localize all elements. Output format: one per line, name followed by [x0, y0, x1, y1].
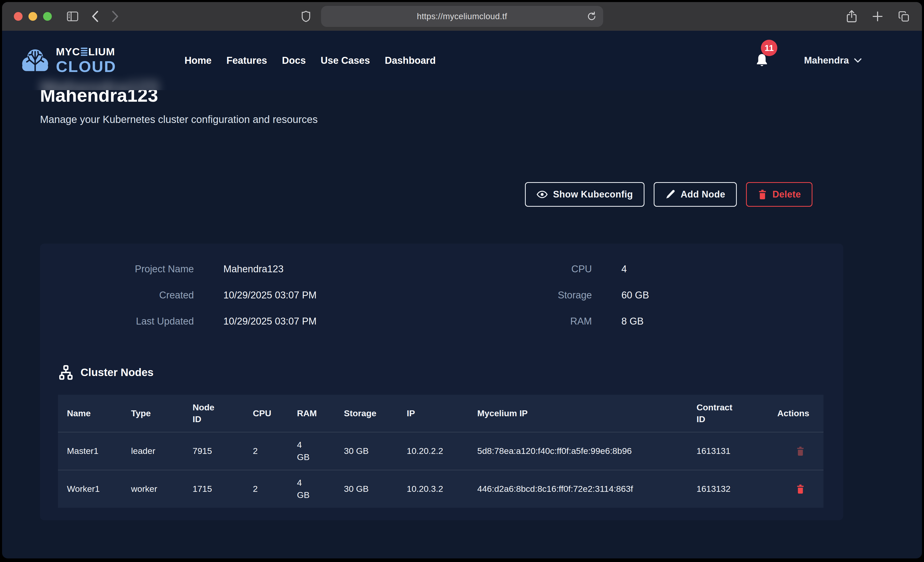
info-label: Storage [477, 290, 592, 301]
minimize-window-button[interactable] [28, 12, 37, 21]
col-ip: IP [407, 408, 477, 419]
site-header: MYCLIUM CLOUD Home Features Docs Use Cas… [2, 31, 922, 90]
reload-icon[interactable] [587, 11, 597, 22]
info-value-ram: 8 GB [621, 316, 644, 327]
info-value-cpu: 4 [621, 264, 627, 275]
cell-storage: 30 GB [344, 445, 407, 457]
nav-link-docs[interactable]: Docs [282, 55, 306, 66]
cell-ram: 4 GB [297, 439, 344, 463]
forward-icon[interactable] [112, 11, 118, 22]
col-node-id: Node ID [193, 402, 253, 425]
user-name: Mahendra [804, 55, 849, 66]
main-content: Mahendra123 Manage your Kubernetes clust… [2, 90, 843, 520]
nav-link-dashboard[interactable]: Dashboard [385, 55, 436, 66]
browser-toolbar: https://myceliumcloud.tf [2, 2, 922, 31]
trash-icon [758, 189, 767, 200]
col-type: Type [131, 408, 193, 419]
sidebar-icon[interactable] [67, 11, 78, 21]
network-nodes-icon [58, 365, 74, 380]
chevron-down-icon [854, 58, 862, 63]
url-text: https://myceliumcloud.tf [417, 12, 507, 21]
info-label: CPU [477, 264, 592, 275]
main-nav: Home Features Docs Use Cases Dashboard [184, 55, 436, 66]
share-icon[interactable] [846, 10, 857, 23]
back-icon[interactable] [92, 11, 99, 22]
page-subtitle: Manage your Kubernetes cluster configura… [40, 114, 843, 125]
cell-actions [777, 446, 824, 456]
nav-link-features[interactable]: Features [226, 55, 267, 66]
info-label: Project Name [58, 264, 194, 275]
cell-ip: 10.20.3.2 [407, 483, 477, 495]
info-value-project-name: Mahendra123 [224, 264, 284, 275]
cell-type: worker [131, 483, 193, 495]
info-value-created: 10/29/2025 03:07 PM [224, 290, 316, 301]
nav-link-home[interactable]: Home [184, 55, 212, 66]
trash-icon [796, 484, 805, 494]
section-title: Cluster Nodes [81, 366, 154, 378]
notification-badge: 11 [761, 40, 777, 56]
info-value-last-updated: 10/29/2025 03:07 PM [224, 316, 316, 327]
page-title: Mahendra123 [40, 90, 843, 105]
cell-name: Master1 [67, 445, 131, 457]
cluster-nodes-table: Name Type Node ID CPU RAM Storage IP Myc… [58, 395, 824, 508]
col-cpu: CPU [253, 408, 297, 419]
delete-node-button[interactable] [796, 484, 805, 494]
col-ram: RAM [297, 408, 344, 419]
cluster-actions: Show Kubeconfig Add Node Delete [40, 182, 843, 207]
brand-logo[interactable]: MYCLIUM CLOUD [20, 46, 116, 75]
info-label: RAM [477, 316, 592, 327]
cluster-info: Project Name Mahendra123 Created 10/29/2… [58, 264, 825, 342]
table-row: Master1 leader 7915 2 4 GB 30 GB 10.20.2… [58, 432, 824, 470]
cluster-card: Project Name Mahendra123 Created 10/29/2… [40, 244, 843, 520]
close-window-button[interactable] [14, 12, 22, 21]
col-contract-id: Contract ID [696, 402, 777, 425]
cell-actions [777, 484, 824, 494]
logo-word-bottom: CLOUD [56, 59, 116, 75]
pencil-icon [665, 189, 675, 200]
tab-overview-icon[interactable] [898, 10, 910, 22]
brand-text: MYCLIUM CLOUD [56, 46, 116, 75]
delete-cluster-button[interactable]: Delete [746, 182, 813, 207]
user-menu[interactable]: Mahendra [804, 55, 862, 66]
col-mycelium-ip: Mycelium IP [477, 408, 696, 419]
cell-node-id: 1715 [193, 483, 253, 495]
info-label: Last Updated [58, 316, 194, 327]
cell-ip: 10.20.2.2 [407, 445, 477, 457]
table-header: Name Type Node ID CPU RAM Storage IP Myc… [58, 395, 824, 432]
window-controls [14, 12, 52, 21]
cell-contract-id: 1613132 [696, 483, 777, 495]
mycelium-logo-icon [20, 46, 50, 75]
cluster-nodes-heading: Cluster Nodes [58, 365, 825, 380]
cell-name: Worker1 [67, 483, 131, 495]
notifications-button[interactable]: 11 [755, 53, 769, 68]
col-name: Name [67, 408, 131, 419]
show-kubeconfig-button[interactable]: Show Kubeconfig [525, 182, 644, 207]
trash-icon [796, 446, 805, 456]
cell-type: leader [131, 445, 193, 457]
page-title-blur: Mahendra123 [40, 77, 159, 90]
shield-icon[interactable] [302, 11, 310, 22]
add-node-button[interactable]: Add Node [654, 182, 737, 207]
info-label: Created [58, 290, 194, 301]
info-value-storage: 60 GB [621, 290, 649, 301]
logo-word-top: MYCLIUM [56, 46, 116, 57]
new-tab-icon[interactable] [872, 10, 884, 22]
cell-ram: 4 GB [297, 477, 344, 501]
nav-link-use-cases[interactable]: Use Cases [321, 55, 370, 66]
col-storage: Storage [344, 408, 407, 419]
zoom-window-button[interactable] [43, 12, 52, 21]
cell-contract-id: 1613131 [696, 445, 777, 457]
address-bar[interactable]: https://myceliumcloud.tf [321, 6, 603, 27]
cell-mycelium-ip: 446:d2a6:8bcd:8c16:ff0f:72e2:3114:863f [477, 483, 696, 495]
browser-window: https://myceliumcloud.tf [2, 2, 922, 558]
table-row: Worker1 worker 1715 2 4 GB 30 GB 10.20.3… [58, 470, 824, 508]
col-actions: Actions [777, 408, 824, 419]
cell-node-id: 7915 [193, 445, 253, 457]
cell-cpu: 2 [253, 445, 297, 457]
delete-node-button[interactable] [796, 446, 805, 456]
cell-storage: 30 GB [344, 483, 407, 495]
eye-icon [537, 190, 548, 199]
cell-cpu: 2 [253, 483, 297, 495]
cell-mycelium-ip: 5d8:78ea:a120:f40c:ff0f:a5fe:99e6:8b96 [477, 445, 696, 457]
